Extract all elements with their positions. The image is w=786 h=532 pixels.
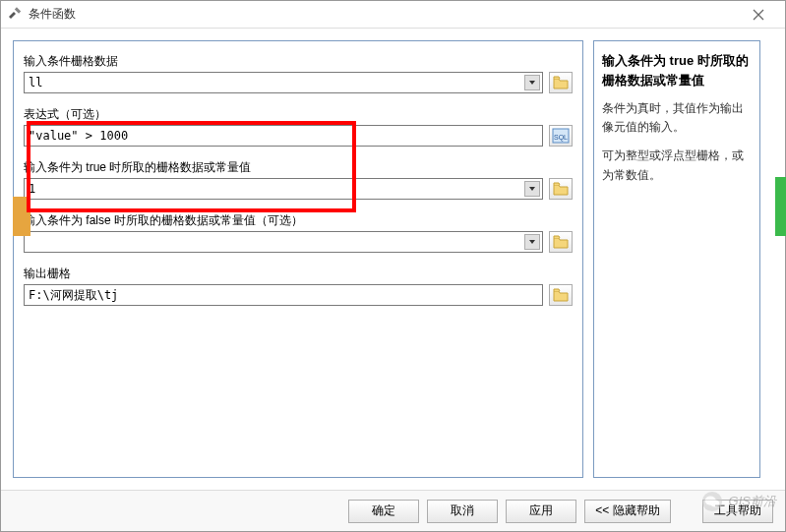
label-output-raster: 输出栅格	[24, 266, 573, 282]
combo-value: ll	[29, 76, 42, 89]
input-value: F:\河网提取\tj	[29, 287, 118, 304]
cancel-button[interactable]: 取消	[427, 500, 498, 523]
chevron-down-icon[interactable]	[524, 75, 540, 90]
sql-button[interactable]: SQL	[549, 125, 573, 147]
browse-button-2[interactable]	[549, 178, 573, 200]
hammer-icon	[7, 7, 23, 23]
button-bar: 确定 取消 应用 << 隐藏帮助 工具帮助	[1, 490, 785, 531]
dialog-window: 条件函数 输入条件栅格数据 ll 表	[0, 0, 786, 532]
green-marker	[775, 177, 786, 236]
browse-button-1[interactable]	[549, 72, 573, 93]
close-icon[interactable]	[738, 2, 779, 28]
label-true-value: 输入条件为 true 时所取的栅格数据或常量值	[24, 159, 573, 176]
combo-false-value[interactable]	[24, 231, 543, 253]
combo-input-raster[interactable]: ll	[24, 72, 543, 93]
field-output-raster: 输出栅格 F:\河网提取\tj	[24, 266, 573, 306]
input-expression[interactable]: "value" > 1000	[24, 125, 543, 147]
help-panel: 输入条件为 true 时所取的栅格数据或常量值 条件为真时，其值作为输出像元值的…	[593, 40, 760, 478]
input-output-raster[interactable]: F:\河网提取\tj	[24, 284, 543, 306]
help-paragraph-2: 可为整型或浮点型栅格，或为常数值。	[602, 147, 752, 184]
field-input-raster: 输入条件栅格数据 ll	[24, 53, 573, 93]
parameters-panel: 输入条件栅格数据 ll 表达式（可选） "value" > 1000	[13, 40, 583, 478]
label-false-value: 输入条件为 false 时所取的栅格数据或常量值（可选）	[24, 212, 573, 229]
combo-value: 1	[29, 182, 35, 196]
field-false-value: 输入条件为 false 时所取的栅格数据或常量值（可选）	[24, 212, 573, 253]
watermark-text: GIS前沿	[729, 493, 776, 510]
label-input-raster: 输入条件栅格数据	[24, 53, 573, 70]
chevron-down-icon[interactable]	[524, 234, 540, 250]
dialog-body: 输入条件栅格数据 ll 表达式（可选） "value" > 1000	[1, 29, 785, 490]
window-title: 条件函数	[29, 6, 738, 23]
label-expression: 表达式（可选）	[24, 106, 573, 123]
svg-rect-0	[15, 7, 21, 13]
input-value: "value" > 1000	[29, 129, 128, 143]
wechat-icon	[701, 491, 723, 512]
watermark: GIS前沿	[701, 491, 776, 512]
chevron-down-icon[interactable]	[524, 181, 540, 197]
svg-point-5	[710, 500, 719, 506]
browse-button-3[interactable]	[549, 231, 573, 253]
hide-help-button[interactable]: << 隐藏帮助	[584, 500, 671, 523]
field-true-value: 输入条件为 true 时所取的栅格数据或常量值 1	[24, 159, 573, 200]
help-paragraph-1: 条件为真时，其值作为输出像元值的输入。	[602, 99, 752, 137]
combo-true-value[interactable]: 1	[24, 178, 543, 200]
help-title: 输入条件为 true 时所取的栅格数据或常量值	[602, 51, 752, 89]
svg-text:SQL: SQL	[554, 134, 568, 142]
field-expression: 表达式（可选） "value" > 1000 SQL	[24, 106, 573, 147]
ok-button[interactable]: 确定	[348, 500, 419, 523]
title-bar: 条件函数	[1, 1, 785, 29]
browse-button-4[interactable]	[549, 284, 573, 306]
apply-button[interactable]: 应用	[506, 500, 576, 523]
orange-marker	[13, 197, 30, 236]
